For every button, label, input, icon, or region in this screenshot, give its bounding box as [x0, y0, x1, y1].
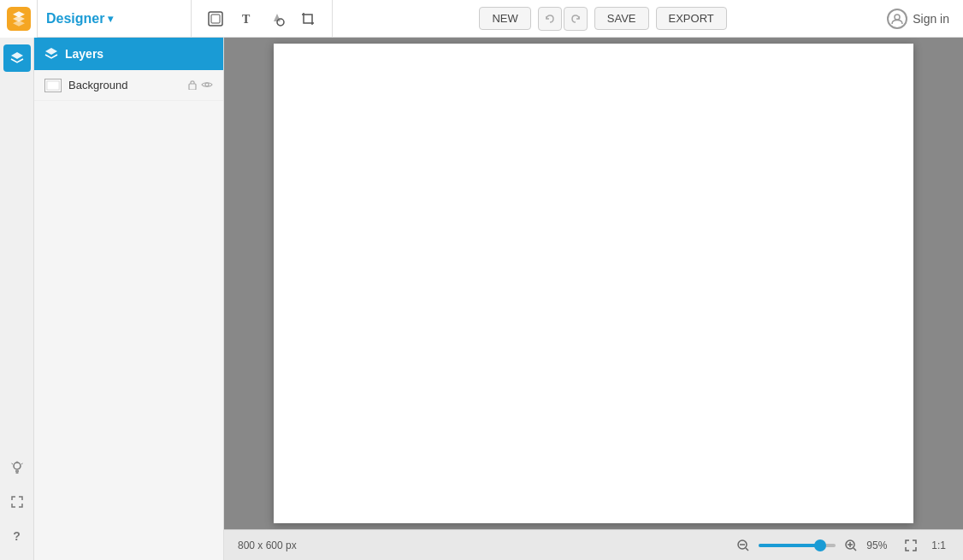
zoom-slider-thumb[interactable]	[814, 539, 826, 551]
svg-line-13	[746, 548, 748, 551]
topbar: Designer ▾ T NEW SAVE EXPORT	[0, 0, 963, 38]
svg-point-4	[277, 19, 284, 26]
eye-icon[interactable]	[201, 79, 213, 92]
app-title-chevron: ▾	[108, 13, 113, 25]
lightbulb-icon-button[interactable]	[3, 454, 31, 481]
bottombar: 800 x 600 px 95% 1:1	[224, 529, 963, 560]
app-title[interactable]: Designer ▾	[38, 0, 192, 37]
layer-icons	[187, 79, 213, 92]
text-tool-button[interactable]: T	[233, 5, 260, 32]
crop-tool-button[interactable]	[294, 5, 322, 32]
sidebar-icons: ?	[0, 38, 34, 560]
expand-icon-button[interactable]	[3, 488, 31, 516]
zoom-controls: 95% 1:1	[735, 535, 949, 556]
app-title-text: Designer	[46, 11, 104, 27]
layers-header-icon	[44, 47, 58, 61]
signin-area[interactable]: Sign in	[873, 9, 963, 29]
svg-text:T: T	[242, 13, 251, 26]
help-label: ?	[13, 529, 21, 543]
user-icon	[887, 9, 907, 29]
svg-rect-1	[209, 12, 222, 26]
design-canvas[interactable]	[274, 44, 913, 523]
layers-panel: Layers Background	[34, 38, 224, 560]
new-button[interactable]: NEW	[479, 7, 530, 30]
svg-rect-2	[211, 15, 220, 23]
zoom-out-button[interactable]	[735, 537, 752, 554]
canvas-wrapper	[224, 38, 963, 529]
zoom-in-button[interactable]	[842, 537, 860, 554]
layers-header: Layers	[34, 38, 223, 70]
layer-item-background[interactable]: Background	[34, 70, 223, 101]
help-icon-button[interactable]: ?	[3, 522, 31, 550]
layers-panel-toggle[interactable]	[3, 44, 31, 72]
zoom-slider-fill	[759, 544, 820, 547]
canvas-area: 800 x 600 px 95% 1:1	[224, 38, 963, 560]
lock-icon[interactable]	[187, 79, 198, 92]
layers-panel-title: Layers	[65, 47, 103, 61]
canvas-size-label: 800 x 600 px	[238, 539, 297, 551]
fit-button[interactable]	[901, 535, 921, 556]
zoom-slider[interactable]	[759, 544, 836, 547]
redo-button[interactable]	[564, 7, 588, 31]
svg-point-5	[895, 15, 900, 20]
undo-button[interactable]	[538, 7, 562, 31]
ratio-button[interactable]: 1:1	[928, 538, 949, 553]
app-logo[interactable]	[0, 0, 38, 38]
main-area: ? Layers Background	[0, 38, 963, 560]
signin-label: Sign in	[913, 12, 949, 26]
layer-name: Background	[68, 79, 180, 91]
layer-thumbnail	[44, 79, 62, 92]
shapes-tool-button[interactable]	[263, 5, 291, 32]
svg-point-10	[205, 83, 209, 86]
export-button[interactable]: EXPORT	[656, 7, 727, 30]
zoom-percent-label: 95%	[866, 539, 894, 551]
svg-rect-9	[189, 84, 196, 90]
tool-buttons: T	[192, 0, 333, 37]
topbar-center: NEW SAVE EXPORT	[333, 7, 873, 31]
undo-redo-group	[538, 7, 588, 31]
save-button[interactable]: SAVE	[594, 7, 649, 30]
sidebar-icons-bottom: ?	[3, 454, 31, 560]
svg-line-17	[854, 548, 856, 551]
svg-point-6	[14, 463, 21, 469]
svg-rect-8	[47, 81, 59, 90]
select-tool-button[interactable]	[202, 5, 229, 32]
